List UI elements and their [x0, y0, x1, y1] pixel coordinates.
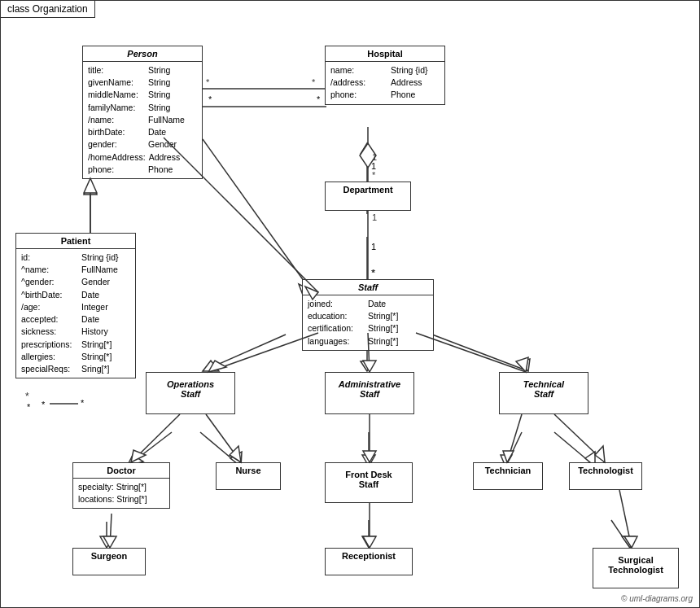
svg-marker-68 — [363, 451, 376, 462]
patient-title: Patient — [16, 234, 135, 249]
hospital-class: Hospital name:String {id} /address:Addre… — [325, 46, 445, 105]
receptionist-class: Receptionist — [325, 548, 413, 575]
staff-title: Staff — [303, 280, 433, 295]
surgical-technologist-class: SurgicalTechnologist — [593, 548, 679, 588]
svg-marker-66 — [230, 446, 241, 462]
svg-line-24 — [127, 432, 172, 466]
svg-text:*: * — [372, 170, 376, 180]
svg-line-13 — [203, 139, 310, 290]
svg-marker-35 — [100, 536, 113, 548]
svg-marker-62 — [516, 357, 528, 372]
svg-marker-64 — [131, 450, 146, 462]
svg-text:1: 1 — [372, 212, 377, 222]
nurse-title: Nurse — [217, 463, 280, 478]
technologist-class: Technologist — [569, 462, 642, 490]
svg-marker-58 — [208, 361, 226, 372]
svg-line-77 — [619, 490, 632, 548]
svg-text:*: * — [25, 391, 29, 402]
patient-attrs: id:String {id} ^name:FullName ^gender:Ge… — [16, 249, 135, 378]
svg-marker-4 — [361, 143, 374, 164]
patient-multiplicity: * — [27, 402, 30, 412]
svg-marker-78 — [624, 536, 637, 548]
operations-staff-class: OperationsStaff — [146, 372, 235, 414]
patient-class: Patient id:String {id} ^name:FullName ^g… — [15, 233, 136, 378]
staff-attrs: joined:Date education:String[*] certific… — [303, 295, 433, 350]
svg-marker-74 — [103, 536, 116, 548]
svg-marker-21 — [361, 361, 374, 371]
department-title: Department — [326, 182, 410, 197]
svg-line-26 — [200, 432, 241, 466]
technical-staff-title: TechnicalStaff — [500, 373, 588, 401]
svg-line-73 — [110, 514, 112, 548]
receptionist-title: Receptionist — [326, 549, 412, 563]
svg-marker-12 — [84, 180, 97, 195]
person-title: Person — [83, 46, 202, 62]
svg-marker-72 — [595, 446, 605, 462]
person-class: Person title:String givenName:String mid… — [82, 46, 203, 179]
svg-marker-60 — [363, 361, 376, 372]
svg-line-18 — [203, 335, 286, 371]
svg-line-38 — [611, 520, 630, 548]
hospital-attrs: name:String {id} /address:Address phone:… — [326, 62, 444, 104]
administrative-staff-class: AdministrativeStaff — [325, 372, 414, 414]
nurse-class: Nurse — [216, 462, 281, 490]
svg-text:*: * — [317, 94, 321, 104]
svg-line-22 — [432, 335, 528, 371]
doctor-title: Doctor — [73, 463, 169, 479]
technician-class: Technician — [473, 462, 543, 490]
technician-title: Technician — [474, 463, 542, 478]
svg-text:*: * — [371, 268, 375, 278]
diagram-container: class Organization * * 1 * 1 * * * — [0, 0, 700, 608]
svg-marker-76 — [363, 536, 376, 548]
surgeon-class: Surgeon — [72, 548, 146, 575]
doctor-class: Doctor specialty: String[*] locations: S… — [72, 462, 170, 509]
svg-marker-54 — [84, 178, 97, 193]
svg-text:1: 1 — [371, 242, 376, 252]
svg-text:1: 1 — [372, 152, 377, 162]
svg-line-30 — [505, 432, 522, 466]
svg-marker-39 — [622, 536, 635, 548]
staff-class: Staff joined:Date education:String[*] ce… — [302, 279, 434, 351]
surgeon-title: Surgeon — [73, 549, 145, 563]
svg-text:*: * — [208, 94, 212, 104]
department-class: Department — [325, 182, 411, 211]
svg-marker-23 — [518, 359, 530, 371]
technical-staff-class: TechnicalStaff — [499, 372, 588, 414]
svg-marker-70 — [503, 451, 514, 462]
svg-text:*: * — [206, 77, 210, 87]
svg-line-32 — [554, 432, 595, 466]
technologist-title: Technologist — [570, 463, 641, 478]
svg-line-65 — [206, 414, 241, 462]
surgical-technologist-title: SurgicalTechnologist — [593, 549, 678, 577]
front-desk-staff-class: Front DeskStaff — [325, 462, 413, 503]
operations-staff-title: OperationsStaff — [147, 373, 234, 401]
svg-text:*: * — [312, 77, 316, 87]
copyright: © uml-diagrams.org — [621, 594, 693, 603]
person-attrs: title:String givenName:String middleName… — [83, 62, 202, 178]
front-desk-title: Front DeskStaff — [326, 463, 412, 492]
svg-text:*: * — [42, 400, 46, 409]
svg-line-63 — [131, 414, 180, 462]
svg-marker-19 — [203, 361, 219, 371]
svg-text:1: 1 — [371, 161, 376, 171]
diagram-title: class Organization — [1, 1, 95, 18]
svg-line-69 — [507, 414, 522, 462]
administrative-staff-title: AdministrativeStaff — [326, 373, 413, 401]
svg-marker-37 — [362, 536, 375, 548]
svg-marker-46 — [360, 143, 376, 168]
hospital-title: Hospital — [326, 46, 444, 62]
svg-line-71 — [554, 414, 605, 462]
svg-text:*: * — [372, 268, 376, 278]
doctor-attrs: specialty: String[*] locations: String[*… — [73, 479, 169, 508]
svg-text:*: * — [81, 398, 85, 408]
